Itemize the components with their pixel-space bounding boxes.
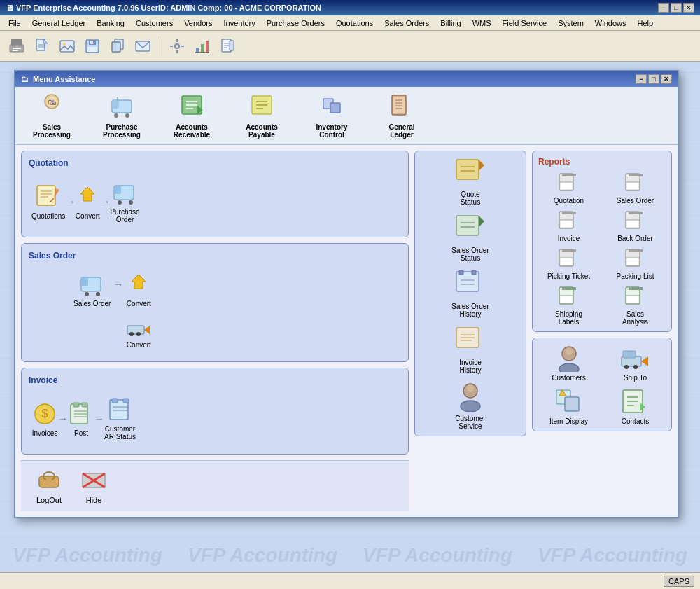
svg-point-75 — [136, 332, 141, 336]
inventory-control-icon — [315, 92, 349, 120]
menu-inventory[interactable]: Inventory — [218, 18, 261, 29]
sales-order-status-item[interactable]: Sales OrderStatus — [421, 213, 520, 262]
menu-field-service[interactable]: Field Service — [497, 18, 553, 29]
report-shipping-labels[interactable]: ShippingLabels — [538, 286, 599, 326]
toolbar-image[interactable] — [56, 35, 78, 57]
report-sales-analysis[interactable]: SalesAnalysis — [605, 286, 666, 326]
shortcut-item-display[interactable]: Item Display — [538, 387, 599, 425]
minimize-button[interactable]: − — [658, 3, 669, 13]
top-icon-sales-processing[interactable]: 🛍 SalesProcessing — [24, 92, 80, 139]
quotations-item[interactable]: Quotations — [31, 184, 65, 220]
toolbar-chart[interactable] — [191, 35, 214, 57]
menu-purchase-orders[interactable]: Purchase Orders — [261, 18, 330, 29]
invoices-item[interactable]: $ Invoices — [31, 401, 58, 437]
accounts-receivable-label: AccountsReceivable — [174, 123, 210, 139]
report-packing-list-label: Packing List — [617, 272, 654, 280]
svg-text:🛍: 🛍 — [48, 97, 56, 107]
menu-vendors[interactable]: Vendors — [178, 18, 218, 29]
purchase-processing-icon — [105, 92, 139, 120]
toolbar-copy[interactable] — [106, 35, 129, 57]
svg-marker-142 — [562, 287, 576, 290]
top-icon-general-ledger[interactable]: GeneralLedger — [374, 92, 430, 139]
logout-button[interactable]: LogOut — [35, 468, 63, 504]
top-icon-purchase-processing[interactable]: PurchaseProcessing — [94, 92, 150, 139]
quote-status-item[interactable]: QuoteStatus — [421, 157, 520, 206]
menu-wms[interactable]: WMS — [467, 18, 497, 29]
status-section: QuoteStatus Sales OrderStatus Sales Orde… — [414, 151, 526, 436]
sales-processing-icon: 🛍 — [35, 92, 69, 120]
purchase-order-item[interactable]: PurchaseOrder — [110, 180, 139, 223]
dialog-controls: − □ ✕ — [636, 74, 672, 84]
shortcut-contacts[interactable]: Contacts — [605, 387, 666, 425]
invoice-title: Invoice — [29, 375, 401, 385]
toolbar-email[interactable] — [132, 35, 154, 57]
menu-billing[interactable]: Billing — [435, 18, 466, 29]
dialog-icon: 🗂 — [21, 75, 29, 83]
sales-order-history-label: Sales OrderHistory — [451, 303, 489, 318]
report-picking-ticket[interactable]: Picking Ticket — [538, 248, 599, 280]
convert-item-1[interactable]: Convert — [75, 184, 100, 220]
purchase-order-label: PurchaseOrder — [110, 208, 139, 223]
svg-marker-138 — [629, 249, 643, 252]
invoice-history-item[interactable]: InvoiceHistory — [421, 325, 520, 374]
report-packing-list[interactable]: Packing List — [605, 248, 666, 280]
sales-order-label: Sales Order — [74, 300, 111, 307]
toolbar-print[interactable] — [6, 35, 28, 57]
quotation-section: Quotation Quotations → Convert → — [21, 151, 409, 237]
menu-windows[interactable]: Windows — [589, 18, 632, 29]
report-invoice[interactable]: Invoice — [538, 210, 599, 242]
report-picking-ticket-label: Picking Ticket — [547, 272, 590, 280]
panels-area: Quotation Quotations → Convert → — [15, 145, 678, 517]
accounts-receivable-icon — [175, 92, 209, 120]
svg-rect-23 — [201, 44, 204, 53]
top-icon-accounts-receivable[interactable]: AccountsReceivable — [164, 92, 220, 139]
menu-file[interactable]: File — [3, 18, 27, 29]
shortcut-ship-to[interactable]: Ship To — [605, 344, 666, 382]
toolbar-tools[interactable] — [166, 35, 188, 57]
svg-point-152 — [624, 365, 629, 369]
svg-point-69 — [96, 292, 100, 296]
top-icon-accounts-payable[interactable]: AccountsPayable — [234, 92, 290, 139]
menu-quotations[interactable]: Quotations — [330, 18, 379, 29]
arrow-3: → — [111, 272, 126, 297]
dialog-close[interactable]: ✕ — [661, 74, 672, 84]
convert-item-3[interactable]: Convert — [126, 313, 151, 349]
close-button[interactable]: ✕ — [683, 3, 694, 13]
report-sales-order[interactable]: Sales Order — [605, 172, 666, 205]
sales-order-section: Sales Order Sales Order → — [21, 243, 409, 362]
menu-customers[interactable]: Customers — [130, 18, 178, 29]
reports-grid: Quotation Sales Order Invoice Back — [538, 172, 666, 326]
hide-button[interactable]: Hide — [80, 468, 108, 504]
sales-processing-label: SalesProcessing — [33, 123, 71, 139]
menu-sales-orders[interactable]: Sales Orders — [379, 18, 435, 29]
customer-ar-status-item[interactable]: CustomerAR Status — [104, 397, 136, 441]
shortcut-customers[interactable]: Customers — [538, 344, 599, 382]
convert-item-2[interactable]: Convert — [126, 272, 151, 307]
toolbar-new[interactable] — [31, 35, 53, 57]
menu-banking[interactable]: Banking — [91, 18, 130, 29]
menu-system[interactable]: System — [552, 18, 589, 29]
toolbar-report[interactable] — [216, 35, 239, 57]
svg-rect-12 — [90, 41, 93, 44]
quotation-title: Quotation — [29, 158, 401, 168]
report-quotation[interactable]: Quotation — [538, 172, 599, 205]
toolbar-save[interactable] — [81, 35, 104, 57]
svg-rect-49 — [330, 103, 340, 113]
menu-general-ledger[interactable]: General Ledger — [27, 18, 91, 29]
dialog-minimize[interactable]: − — [636, 74, 647, 84]
report-back-order[interactable]: Back Order — [605, 210, 666, 242]
svg-rect-86 — [123, 399, 129, 403]
dialog-maximize[interactable]: □ — [648, 74, 659, 84]
maximize-button[interactable]: □ — [671, 3, 682, 13]
sales-order-item[interactable]: Sales Order — [74, 272, 111, 307]
svg-rect-2 — [13, 48, 21, 49]
post-item[interactable]: Post — [68, 401, 94, 437]
title-bar-text: 🖥 VFP Enterprise Accounting 7.0.96 UserI… — [6, 4, 321, 12]
customer-service-item[interactable]: CustomerService — [421, 381, 520, 430]
menu-help[interactable]: Help — [631, 18, 659, 29]
sales-order-history-item[interactable]: Sales OrderHistory — [421, 269, 520, 318]
top-icon-inventory-control[interactable]: InventoryControl — [304, 92, 360, 139]
hide-label: Hide — [86, 496, 102, 504]
bottom-controls: LogOut Hide — [21, 460, 409, 511]
svg-rect-22 — [196, 48, 199, 53]
